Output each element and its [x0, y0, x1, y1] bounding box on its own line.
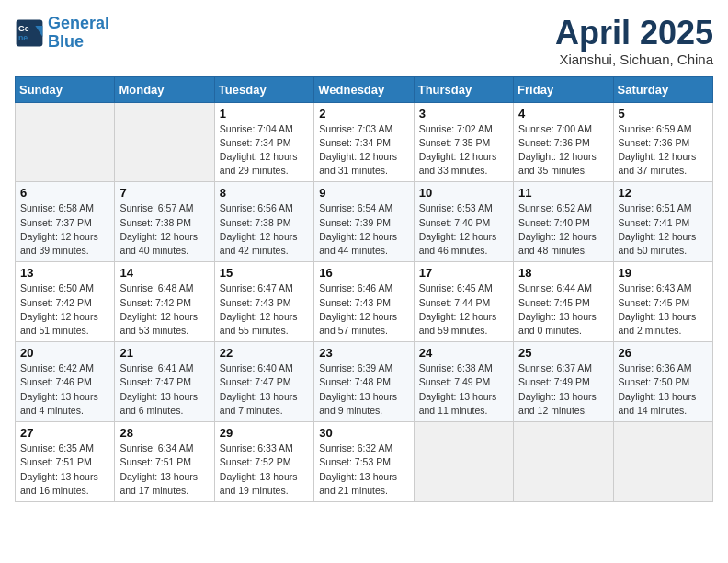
calendar-cell: 15Sunrise: 6:47 AM Sunset: 7:43 PM Dayli…	[214, 262, 313, 342]
day-number: 19	[619, 266, 708, 280]
logo: Ge ne General Blue	[15, 15, 109, 52]
day-number: 29	[220, 426, 309, 440]
day-info: Sunrise: 7:03 AM Sunset: 7:34 PM Dayligh…	[319, 122, 408, 178]
day-number: 14	[119, 266, 209, 280]
day-info: Sunrise: 7:02 AM Sunset: 7:35 PM Dayligh…	[419, 122, 508, 178]
day-number: 11	[518, 186, 608, 200]
calendar-cell	[613, 422, 712, 502]
day-info: Sunrise: 6:35 AM Sunset: 7:51 PM Dayligh…	[20, 442, 109, 498]
day-number: 6	[20, 186, 109, 200]
calendar-cell: 17Sunrise: 6:45 AM Sunset: 7:44 PM Dayli…	[414, 262, 513, 342]
calendar-cell: 11Sunrise: 6:52 AM Sunset: 7:40 PM Dayli…	[514, 182, 613, 262]
weekday-header-wednesday: Wednesday	[314, 76, 414, 102]
day-info: Sunrise: 6:50 AM Sunset: 7:42 PM Dayligh…	[20, 282, 109, 338]
day-info: Sunrise: 6:38 AM Sunset: 7:49 PM Dayligh…	[419, 362, 508, 418]
day-info: Sunrise: 6:46 AM Sunset: 7:43 PM Dayligh…	[319, 282, 408, 338]
calendar-cell: 7Sunrise: 6:57 AM Sunset: 7:38 PM Daylig…	[115, 182, 214, 262]
day-number: 2	[319, 107, 408, 121]
calendar-cell: 25Sunrise: 6:37 AM Sunset: 7:49 PM Dayli…	[514, 342, 613, 422]
day-info: Sunrise: 6:53 AM Sunset: 7:40 PM Dayligh…	[419, 201, 508, 258]
day-number: 3	[419, 107, 508, 121]
calendar-subtitle: Xianshui, Sichuan, China	[555, 52, 713, 67]
calendar-cell: 30Sunrise: 6:32 AM Sunset: 7:53 PM Dayli…	[314, 422, 414, 502]
weekday-header-thursday: Thursday	[414, 76, 513, 102]
calendar-cell: 4Sunrise: 7:00 AM Sunset: 7:36 PM Daylig…	[514, 102, 613, 182]
day-number: 15	[220, 266, 309, 280]
day-number: 24	[419, 346, 508, 360]
day-info: Sunrise: 7:00 AM Sunset: 7:36 PM Dayligh…	[518, 122, 608, 178]
day-number: 5	[619, 107, 708, 121]
calendar-week-row: 13Sunrise: 6:50 AM Sunset: 7:42 PM Dayli…	[16, 262, 713, 342]
calendar-cell	[414, 422, 513, 502]
calendar-cell: 21Sunrise: 6:41 AM Sunset: 7:47 PM Dayli…	[115, 342, 214, 422]
weekday-header-sunday: Sunday	[16, 76, 115, 102]
day-number: 16	[319, 266, 408, 280]
calendar-week-row: 27Sunrise: 6:35 AM Sunset: 7:51 PM Dayli…	[16, 422, 713, 502]
day-number: 27	[20, 426, 109, 440]
day-info: Sunrise: 6:41 AM Sunset: 7:47 PM Dayligh…	[119, 362, 209, 418]
day-number: 9	[319, 186, 408, 200]
day-info: Sunrise: 6:40 AM Sunset: 7:47 PM Dayligh…	[220, 362, 309, 418]
calendar-cell: 6Sunrise: 6:58 AM Sunset: 7:37 PM Daylig…	[16, 182, 115, 262]
weekday-header-saturday: Saturday	[613, 76, 712, 102]
calendar-week-row: 20Sunrise: 6:42 AM Sunset: 7:46 PM Dayli…	[16, 342, 713, 422]
calendar-cell: 23Sunrise: 6:39 AM Sunset: 7:48 PM Dayli…	[314, 342, 414, 422]
day-info: Sunrise: 6:51 AM Sunset: 7:41 PM Dayligh…	[619, 201, 708, 258]
day-number: 18	[518, 266, 608, 280]
logo-icon: Ge ne	[15, 18, 44, 48]
calendar-cell: 1Sunrise: 7:04 AM Sunset: 7:34 PM Daylig…	[214, 102, 313, 182]
calendar-cell: 28Sunrise: 6:34 AM Sunset: 7:51 PM Dayli…	[115, 422, 214, 502]
calendar-cell: 3Sunrise: 7:02 AM Sunset: 7:35 PM Daylig…	[414, 102, 513, 182]
day-info: Sunrise: 6:37 AM Sunset: 7:49 PM Dayligh…	[518, 362, 608, 418]
weekday-header-monday: Monday	[115, 76, 214, 102]
day-number: 30	[319, 426, 408, 440]
day-info: Sunrise: 6:58 AM Sunset: 7:37 PM Dayligh…	[20, 201, 109, 258]
day-number: 12	[619, 186, 708, 200]
day-number: 21	[119, 346, 209, 360]
calendar-cell: 22Sunrise: 6:40 AM Sunset: 7:47 PM Dayli…	[214, 342, 313, 422]
day-info: Sunrise: 6:44 AM Sunset: 7:45 PM Dayligh…	[518, 282, 608, 338]
day-number: 23	[319, 346, 408, 360]
svg-text:Ge: Ge	[18, 24, 29, 33]
day-info: Sunrise: 6:33 AM Sunset: 7:52 PM Dayligh…	[220, 442, 309, 498]
calendar-cell: 19Sunrise: 6:43 AM Sunset: 7:45 PM Dayli…	[613, 262, 712, 342]
calendar-cell: 24Sunrise: 6:38 AM Sunset: 7:49 PM Dayli…	[414, 342, 513, 422]
calendar-cell: 16Sunrise: 6:46 AM Sunset: 7:43 PM Dayli…	[314, 262, 414, 342]
day-info: Sunrise: 6:52 AM Sunset: 7:40 PM Dayligh…	[518, 201, 608, 258]
calendar-week-row: 1Sunrise: 7:04 AM Sunset: 7:34 PM Daylig…	[16, 102, 713, 182]
calendar-cell	[514, 422, 613, 502]
day-info: Sunrise: 6:42 AM Sunset: 7:46 PM Dayligh…	[20, 362, 109, 418]
calendar-cell: 14Sunrise: 6:48 AM Sunset: 7:42 PM Dayli…	[115, 262, 214, 342]
day-number: 8	[220, 186, 309, 200]
calendar-cell: 5Sunrise: 6:59 AM Sunset: 7:36 PM Daylig…	[613, 102, 712, 182]
calendar-cell: 18Sunrise: 6:44 AM Sunset: 7:45 PM Dayli…	[514, 262, 613, 342]
calendar-cell	[16, 102, 115, 182]
calendar-cell: 10Sunrise: 6:53 AM Sunset: 7:40 PM Dayli…	[414, 182, 513, 262]
day-number: 7	[119, 186, 209, 200]
calendar-title: April 2025	[555, 15, 713, 52]
calendar-cell	[115, 102, 214, 182]
day-number: 17	[419, 266, 508, 280]
day-number: 22	[220, 346, 309, 360]
day-info: Sunrise: 6:36 AM Sunset: 7:50 PM Dayligh…	[619, 362, 708, 418]
calendar-cell: 29Sunrise: 6:33 AM Sunset: 7:52 PM Dayli…	[214, 422, 313, 502]
day-info: Sunrise: 6:48 AM Sunset: 7:42 PM Dayligh…	[119, 282, 209, 338]
calendar-cell: 26Sunrise: 6:36 AM Sunset: 7:50 PM Dayli…	[613, 342, 712, 422]
day-number: 4	[518, 107, 608, 121]
day-info: Sunrise: 6:57 AM Sunset: 7:38 PM Dayligh…	[119, 201, 209, 258]
day-info: Sunrise: 6:59 AM Sunset: 7:36 PM Dayligh…	[619, 122, 708, 178]
calendar-cell: 12Sunrise: 6:51 AM Sunset: 7:41 PM Dayli…	[613, 182, 712, 262]
day-info: Sunrise: 6:54 AM Sunset: 7:39 PM Dayligh…	[319, 201, 408, 258]
calendar-table: SundayMondayTuesdayWednesdayThursdayFrid…	[15, 76, 713, 502]
day-number: 13	[20, 266, 109, 280]
day-info: Sunrise: 7:04 AM Sunset: 7:34 PM Dayligh…	[220, 122, 309, 178]
calendar-week-row: 6Sunrise: 6:58 AM Sunset: 7:37 PM Daylig…	[16, 182, 713, 262]
day-info: Sunrise: 6:45 AM Sunset: 7:44 PM Dayligh…	[419, 282, 508, 338]
day-info: Sunrise: 6:32 AM Sunset: 7:53 PM Dayligh…	[319, 442, 408, 498]
day-info: Sunrise: 6:34 AM Sunset: 7:51 PM Dayligh…	[119, 442, 209, 498]
day-info: Sunrise: 6:39 AM Sunset: 7:48 PM Dayligh…	[319, 362, 408, 418]
logo-name: General Blue	[48, 15, 109, 52]
day-number: 10	[419, 186, 508, 200]
day-number: 25	[518, 346, 608, 360]
svg-text:ne: ne	[18, 33, 28, 42]
